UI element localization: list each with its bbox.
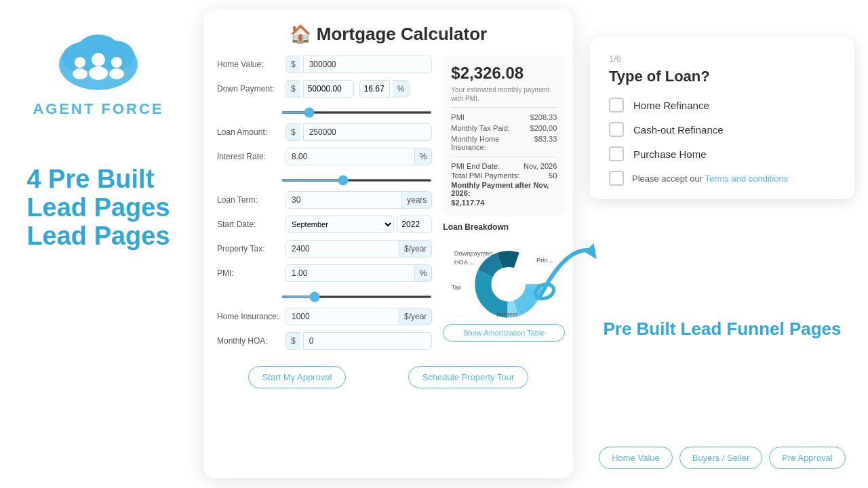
- calc-bottom-buttons: Start My Approval Schedule Property Tour: [217, 357, 559, 388]
- headline-line1: 4 Pre Built: [26, 165, 170, 194]
- pmi-input[interactable]: [285, 264, 415, 282]
- logo-icon: [54, 27, 142, 95]
- funnel-question: Type of Loan?: [609, 68, 835, 85]
- loan-term-suffix: years: [402, 191, 432, 209]
- interest-rate-slider-row: [217, 172, 432, 184]
- pmi-end-date-row: PMI End Date: Nov, 2026: [451, 161, 557, 171]
- left-panel: AGENT FORCE 4 Pre Built Lead Pages Lead …: [0, 0, 197, 488]
- show-amortization-button[interactable]: Show Amortization Table: [443, 324, 565, 342]
- monthly-hoa-prefix: $: [285, 332, 300, 350]
- property-tax-suffix: $/year: [399, 240, 432, 258]
- headline-line3: Lead Pages: [26, 222, 170, 251]
- pmi-row: PMI: %: [217, 264, 432, 282]
- pmi-end-date-value: Nov, 2026: [524, 162, 557, 170]
- loan-option-cashout-checkbox[interactable]: [609, 122, 624, 137]
- svg-point-4: [92, 53, 105, 66]
- interest-rate-label: Interest Rate:: [217, 152, 281, 161]
- svg-point-15: [492, 268, 525, 300]
- home-value-input[interactable]: [303, 56, 433, 73]
- monthly-after-row: Monthly Payment after Nov, 2026: $2,117.…: [451, 180, 557, 207]
- home-insurance-row: Home Insurance: $/year: [217, 308, 432, 325]
- interest-rate-row: Interest Rate: %: [217, 148, 432, 165]
- start-date-year-input[interactable]: [397, 216, 432, 233]
- svg-text:HOA ...: HOA ...: [454, 259, 475, 266]
- home-insurance-suffix: $/year: [399, 308, 432, 325]
- total-pmi-label: Total PMI Payments:: [451, 171, 519, 180]
- svg-point-7: [73, 68, 87, 79]
- funnel-step: 1/6: [609, 54, 835, 64]
- down-payment-label: Down Payment:: [217, 84, 281, 94]
- terms-link[interactable]: Terms and conditions: [705, 174, 788, 184]
- terms-checkbox[interactable]: [609, 171, 624, 186]
- home-value-button[interactable]: Home Value: [599, 447, 673, 469]
- pmi-label: PMI:: [217, 268, 281, 278]
- interest-rate-slider[interactable]: [281, 179, 432, 182]
- loan-term-row: Loan Term: years: [217, 191, 432, 209]
- pmi-row-result: PMI $208.33: [451, 112, 557, 123]
- logo-container: AGENT FORCE: [33, 27, 163, 118]
- down-payment-slider[interactable]: [281, 111, 432, 114]
- monthly-hoa-label: Monthly HOA:: [217, 336, 281, 346]
- svg-point-9: [109, 68, 124, 79]
- buyers-seller-button[interactable]: Buyers / Seller: [679, 447, 763, 469]
- loan-amount-label: Loan Amount:: [217, 127, 281, 137]
- pmi-end-date-label: PMI End Date:: [451, 162, 500, 170]
- monthly-tax-label: Monthly Tax Paid:: [451, 124, 510, 132]
- svg-text:Downpaymen...: Downpaymen...: [454, 250, 498, 257]
- loan-amount-input[interactable]: [303, 123, 433, 141]
- start-date-month-select[interactable]: September: [285, 216, 394, 233]
- loan-option-purchase-label: Purchase Home: [633, 148, 707, 160]
- home-value-prefix: $: [285, 56, 300, 73]
- total-pmi-value: 50: [549, 171, 557, 180]
- down-payment-row: Down Payment: $ %: [217, 80, 432, 98]
- monthly-tax-row: Monthly Tax Paid: $200.00: [451, 123, 557, 134]
- calc-icon: 🏠: [290, 24, 311, 45]
- funnel-title-section: Pre Built Lead Funnel Pages: [590, 319, 854, 340]
- pmi-value: $208.33: [530, 113, 557, 121]
- loan-option-refinance-checkbox[interactable]: [609, 98, 624, 113]
- loan-option-cashout: Cash-out Refinance: [609, 122, 835, 137]
- pmi-slider-row: [217, 289, 432, 301]
- loan-amount-row: Loan Amount: $: [217, 123, 432, 141]
- property-tax-input[interactable]: [285, 240, 399, 258]
- pmi-label-result: PMI: [451, 113, 465, 121]
- funnel-card: 1/6 Type of Loan? Home Refinance Cash-ou…: [590, 37, 854, 199]
- headline: 4 Pre Built Lead Pages Lead Pages: [13, 165, 183, 250]
- start-date-row: Start Date: September: [217, 216, 432, 233]
- monthly-hoa-row: Monthly HOA: $: [217, 332, 432, 350]
- calc-inputs: Home Value: $ Down Payment: $ %: [217, 56, 432, 357]
- down-payment-pct-input[interactable]: [359, 80, 390, 98]
- calc-title: 🏠 Mortgage Calculator: [217, 24, 559, 45]
- terms-row: Please accept our Terms and conditions: [609, 171, 835, 186]
- loan-term-input[interactable]: [285, 191, 402, 209]
- loan-term-label: Loan Term:: [217, 195, 281, 205]
- home-value-row: Home Value: $: [217, 56, 432, 73]
- interest-rate-input[interactable]: [285, 148, 415, 165]
- logo-text: AGENT FORCE: [33, 100, 163, 118]
- monthly-after-value: $2,117.74: [451, 199, 484, 207]
- loan-option-refinance-label: Home Refinance: [633, 100, 709, 111]
- down-payment-slider-row: [217, 104, 432, 117]
- result-subtitle: Your estimated monthly payment with PMI.: [451, 85, 557, 103]
- interest-rate-suffix: %: [415, 148, 433, 165]
- result-box: $2,326.08 Your estimated monthly payment…: [443, 56, 565, 216]
- start-approval-button[interactable]: Start My Approval: [248, 366, 347, 388]
- total-pmi-row: Total PMI Payments: 50: [451, 171, 557, 180]
- loan-amount-prefix: $: [285, 123, 300, 141]
- start-date-label: Start Date:: [217, 220, 281, 229]
- pmi-section: PMI End Date: Nov, 2026 Total PMI Paymen…: [451, 161, 557, 207]
- arrow-decoration: [526, 230, 607, 312]
- funnel-title: Pre Built Lead Funnel Pages: [590, 319, 854, 340]
- monthly-after-label: Monthly Payment after Nov, 2026:: [451, 181, 557, 197]
- loan-option-purchase-checkbox[interactable]: [609, 146, 624, 161]
- schedule-tour-button[interactable]: Schedule Property Tour: [408, 366, 529, 388]
- down-payment-input[interactable]: [303, 80, 354, 98]
- funnel-page-buttons: Home Value Buyers / Seller Pre Approval: [590, 447, 854, 469]
- monthly-hoa-input[interactable]: [303, 332, 433, 350]
- terms-text: Please accept our Terms and conditions: [632, 174, 788, 184]
- pmi-slider[interactable]: [281, 296, 432, 298]
- home-insurance-input[interactable]: [285, 308, 399, 325]
- pre-approval-button[interactable]: Pre Approval: [769, 447, 845, 469]
- loan-option-purchase: Purchase Home: [609, 146, 835, 161]
- svg-marker-21: [585, 241, 602, 259]
